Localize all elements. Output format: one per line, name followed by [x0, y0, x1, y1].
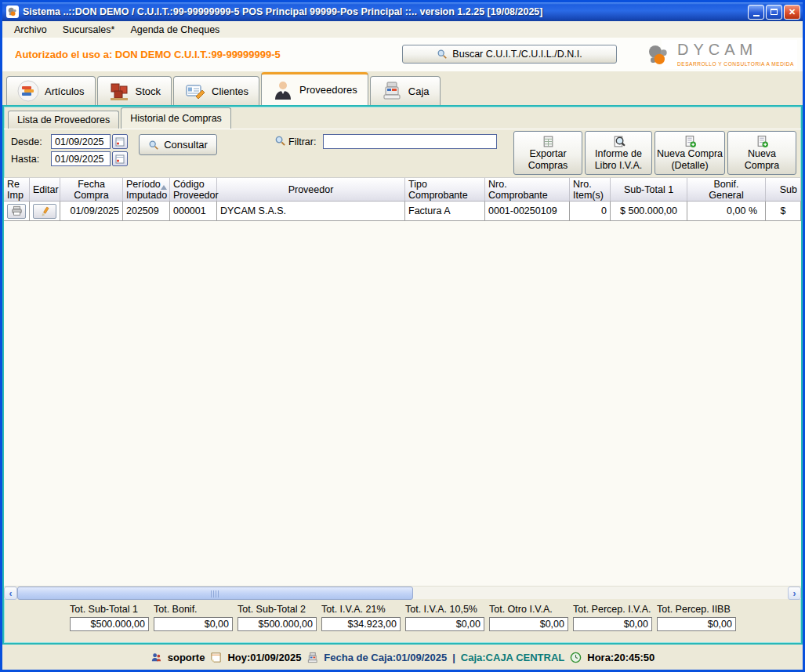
tab-clientes-label: Clientes — [212, 85, 248, 97]
scroll-right-arrow-icon[interactable]: › — [788, 587, 801, 600]
supplier-person-icon — [272, 79, 294, 101]
cell-sub-total-1: $ 500.000,00 — [611, 202, 687, 220]
sort-asc-icon — [161, 185, 167, 190]
exportar-compras-button[interactable]: Exportar Compras — [513, 131, 582, 175]
maximize-button[interactable] — [766, 5, 782, 20]
total-otro-iva-field[interactable] — [489, 617, 568, 631]
total-iva-21: Tot. I.V.A. 21% — [321, 604, 401, 643]
filter-search-icon — [274, 135, 286, 147]
tab-caja[interactable]: Caja — [370, 76, 441, 105]
cash-register-icon — [381, 80, 403, 102]
scroll-left-arrow-icon[interactable]: ‹ — [4, 587, 17, 600]
subtab-historial-compras[interactable]: Historial de Compras — [121, 107, 231, 129]
reprint-button[interactable] — [7, 204, 26, 219]
scrollbar-thumb[interactable] — [17, 587, 413, 600]
column-header-sub-total-1[interactable]: Sub-Total 1 — [611, 178, 687, 201]
column-header-periodo-imputado[interactable]: PeríodoImputado — [123, 178, 170, 201]
column-header-fecha-compra[interactable]: FechaCompra — [60, 178, 123, 201]
cell-codigo-proveedor: 000001 — [170, 202, 217, 220]
total-otro-iva: Tot. Otro I.V.A. — [489, 604, 568, 643]
hasta-input[interactable] — [51, 151, 111, 166]
cell-periodo-imputado: 202509 — [123, 202, 170, 220]
column-header-sub-total-2[interactable]: Sub — [766, 178, 801, 201]
total-label: Tot. Percep. IIBB — [657, 604, 736, 615]
nueva-compra-button[interactable]: Nueva Compra — [727, 131, 796, 175]
thumb-grip — [211, 590, 220, 598]
cell-sub-total-2: $ — [766, 202, 801, 220]
nueva-compra-detalle-button[interactable]: Nueva Compra (Detalle) — [655, 131, 725, 175]
total-label: Tot. I.V.A. 10,5% — [405, 604, 484, 615]
minimize-button[interactable] — [748, 5, 764, 20]
action-label: (Detalle) — [671, 160, 708, 172]
consultar-button[interactable]: Consultar — [139, 134, 217, 155]
hasta-calendar-button[interactable] — [112, 151, 128, 166]
subtab-lista-proveedores[interactable]: Lista de Proveedores — [8, 111, 119, 129]
menu-sucursales[interactable]: Sucursales* — [55, 22, 123, 38]
calendar-page-icon — [210, 652, 222, 663]
tab-articulos[interactable]: Artículos — [6, 76, 96, 105]
menu-archivo[interactable]: Archivo — [6, 22, 55, 38]
status-hora: Hora:20:45:50 — [587, 652, 655, 663]
total-percep-iva-field[interactable] — [573, 617, 652, 631]
horizontal-scrollbar[interactable]: ‹ › — [4, 586, 801, 599]
column-header-editar[interactable]: Editar — [30, 178, 60, 201]
total-label: Tot. Sub-Total 2 — [238, 604, 317, 615]
tab-clientes[interactable]: Clientes — [173, 76, 259, 105]
dycam-logo-icon — [646, 42, 671, 67]
tab-caja-label: Caja — [408, 85, 430, 97]
total-sub-total-1: Tot. Sub-Total 1 — [70, 604, 149, 643]
report-magnifier-icon — [612, 135, 626, 148]
action-label: Compras — [528, 160, 568, 172]
desde-calendar-button[interactable] — [112, 134, 128, 149]
tab-stock-label: Stock — [136, 85, 161, 97]
filtrar-input[interactable] — [323, 134, 497, 149]
column-header-reimp[interactable]: ReImp — [4, 178, 30, 201]
column-header-codigo-proveedor[interactable]: CódigoProveedor — [170, 178, 217, 201]
total-sub-total-2-field[interactable] — [238, 617, 317, 631]
close-button[interactable]: ✕ — [784, 5, 800, 20]
edit-button[interactable] — [33, 204, 56, 219]
clock-icon — [570, 652, 582, 663]
search-icon — [437, 49, 448, 60]
tab-proveedores-label: Proveedores — [299, 84, 357, 96]
cell-nro-comprobante: 0001-00250109 — [485, 202, 570, 220]
total-sub-total-1-field[interactable] — [70, 617, 149, 631]
printer-icon — [11, 205, 23, 216]
total-percep-iibb-field[interactable] — [657, 617, 736, 631]
sub-tabstrip: Lista de Proveedores Historial de Compra… — [4, 107, 801, 129]
consultar-label: Consultar — [164, 139, 208, 151]
buscar-cuit-button[interactable]: Buscar C.U.I.T./C.U.I.L./D.N.I. — [402, 45, 617, 64]
status-today: Hoy:01/09/2025 — [227, 652, 301, 663]
status-separator: | — [452, 652, 455, 663]
brand-name: DYCAM — [677, 41, 757, 58]
column-header-bonif-general[interactable]: Bonif.General — [687, 178, 766, 201]
status-fecha-caja: Fecha de Caja:01/09/2025 — [324, 652, 447, 663]
total-bonif-field[interactable] — [154, 617, 233, 631]
tab-proveedores[interactable]: Proveedores — [261, 72, 368, 105]
column-header-nro-comprobante[interactable]: Nro.Comprobante — [485, 178, 570, 201]
total-percep-iibb: Tot. Percep. IIBB — [657, 604, 736, 643]
app-logo-icon — [6, 5, 19, 18]
informe-libro-iva-button[interactable]: Informe de Libro I.V.A. — [585, 131, 652, 175]
menu-bar: Archivo Sucursales* Agenda de Cheques — [2, 21, 803, 38]
cell-proveedor: DYCAM S.A.S. — [217, 202, 405, 220]
cell-fecha-compra: 01/09/2025 — [60, 202, 123, 220]
app-window: Sistema ..::DON DEMO / C.U.I.T.:99-99999… — [0, 0, 805, 672]
total-iva-105-field[interactable] — [405, 617, 484, 631]
total-label: Tot. Bonif. — [154, 604, 233, 615]
menu-agenda-cheques[interactable]: Agenda de Cheques — [122, 22, 227, 38]
table-row[interactable]: 01/09/2025 202509 000001 DYCAM S.A.S. Fa… — [4, 202, 801, 221]
filter-zone: Desde: Hasta: Consultar Filtrar: Exporta… — [4, 129, 801, 177]
column-header-tipo-comprobante[interactable]: TipoComprobante — [405, 178, 485, 201]
subtab-lista-label: Lista de Proveedores — [17, 114, 110, 125]
tab-stock[interactable]: Stock — [97, 76, 172, 105]
column-header-nro-items[interactable]: Nro.Item(s) — [570, 178, 611, 201]
desde-input[interactable] — [51, 134, 111, 149]
new-document-icon — [684, 135, 697, 148]
total-label: Tot. I.V.A. 21% — [321, 604, 401, 615]
column-header-proveedor[interactable]: Proveedor — [217, 178, 405, 201]
total-iva-21-field[interactable] — [321, 617, 401, 631]
register-icon — [306, 652, 318, 663]
export-spreadsheet-icon — [542, 135, 555, 148]
total-label: Tot. Sub-Total 1 — [70, 604, 149, 615]
